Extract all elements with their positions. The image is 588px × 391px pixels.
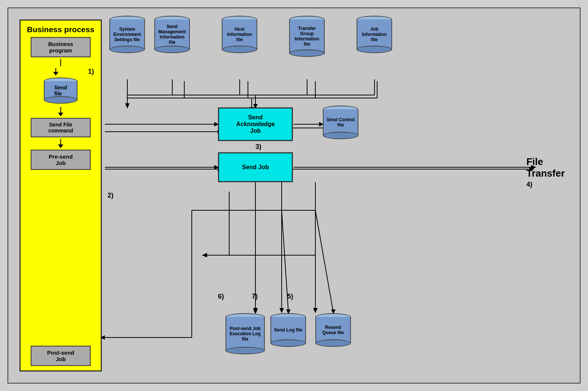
svg-marker-24 bbox=[279, 308, 284, 313]
step-4-label: 4) bbox=[526, 181, 565, 189]
main-diagram: Business process Businessprogram 1) Send… bbox=[7, 7, 581, 384]
send-file-cylinder: Sendfile bbox=[44, 77, 78, 104]
send-log-cylinder: Send Log file bbox=[270, 313, 306, 347]
file-transfer-label: FileTransfer bbox=[526, 156, 565, 179]
resend-queue-cylinder: Resend Queue file bbox=[315, 313, 351, 347]
step-5-label: 5) bbox=[287, 293, 293, 300]
host-info-cylinder: Host Information file bbox=[222, 16, 257, 53]
transfer-group-cylinder: Transfer Group Information file bbox=[289, 16, 325, 57]
svg-marker-20 bbox=[202, 253, 207, 257]
business-process-title: Business process bbox=[27, 25, 94, 34]
post-send-job-box: Post-sendJob bbox=[31, 346, 91, 366]
step-2-label: 2) bbox=[107, 192, 113, 199]
send-acknowledge-job-box: SendAcknowledgeJob bbox=[218, 107, 293, 141]
business-process-panel: Business process Businessprogram 1) Send… bbox=[19, 19, 102, 372]
send-file-command-box: Send Filecommand bbox=[31, 118, 91, 137]
step-3-label: 3) bbox=[255, 143, 261, 151]
svg-marker-1 bbox=[125, 103, 130, 109]
step-7-label: 7) bbox=[252, 293, 258, 300]
business-program-box: Businessprogram bbox=[31, 37, 91, 57]
step-1-label: 1) bbox=[88, 68, 94, 76]
pre-send-job-box: Pre-sendJob bbox=[31, 150, 91, 170]
sys-env-cylinder: System Environment Settings file bbox=[109, 16, 145, 53]
job-info-cylinder: Job Information file bbox=[357, 16, 392, 53]
file-transfer-area: FileTransfer 4) bbox=[526, 156, 565, 189]
step-6-label: 6) bbox=[218, 293, 224, 300]
send-control-cylinder: Send Control file bbox=[323, 106, 358, 139]
send-job-box: Send Job bbox=[218, 152, 293, 182]
post-send-log-cylinder: Post-send Job Execution Log file bbox=[225, 313, 265, 354]
svg-marker-26 bbox=[313, 308, 318, 313]
svg-marker-22 bbox=[253, 308, 258, 313]
send-mgmt-cylinder: Send Management Information file bbox=[154, 16, 190, 53]
svg-line-60 bbox=[315, 210, 333, 312]
